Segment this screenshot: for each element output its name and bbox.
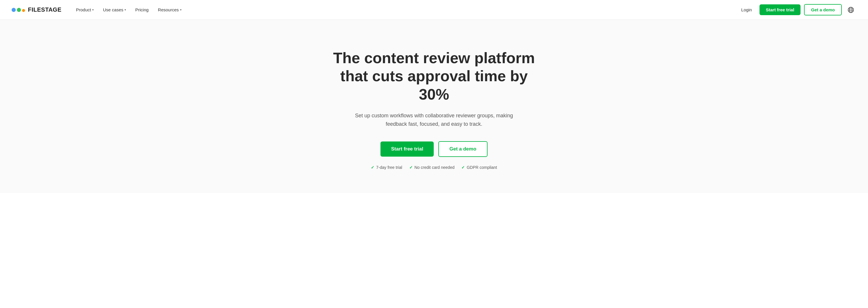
chevron-down-icon: ▾: [92, 8, 94, 11]
check-icon: ✓: [409, 165, 413, 170]
nav-right: Login Start free trial Get a demo: [737, 4, 856, 16]
nav-product[interactable]: Product ▾: [72, 5, 98, 15]
badge-no-credit-card: ✓ No credit card needed: [409, 165, 455, 170]
brand-name: FILESTAGE: [28, 6, 61, 13]
badge-free-trial-label: 7-day free trial: [376, 165, 402, 170]
chevron-down-icon: ▾: [124, 8, 126, 11]
logo-icon: [12, 8, 25, 12]
logo-link[interactable]: FILESTAGE: [12, 6, 61, 13]
check-icon: ✓: [371, 165, 374, 170]
navbar: FILESTAGE Product ▾ Use cases ▾ Pricing …: [0, 0, 868, 20]
nav-resources[interactable]: Resources ▾: [154, 5, 186, 15]
nav-pricing[interactable]: Pricing: [131, 5, 153, 15]
check-icon: ✓: [461, 165, 465, 170]
hero-badges: ✓ 7-day free trial ✓ No credit card need…: [371, 165, 497, 170]
start-free-trial-hero-button[interactable]: Start free trial: [380, 141, 434, 157]
language-selector-button[interactable]: [845, 4, 856, 16]
chevron-down-icon: ▾: [180, 8, 182, 11]
badge-gdpr: ✓ GDPR compliant: [461, 165, 497, 170]
get-a-demo-nav-button[interactable]: Get a demo: [804, 4, 842, 16]
svg-point-1: [850, 7, 852, 12]
svg-point-0: [848, 7, 854, 12]
login-button[interactable]: Login: [737, 5, 756, 15]
hero-subtitle: Set up custom workflows with collaborati…: [352, 112, 516, 129]
start-free-trial-nav-button[interactable]: Start free trial: [760, 4, 801, 15]
badge-no-credit-card-label: No credit card needed: [414, 165, 455, 170]
hero-buttons: Start free trial Get a demo: [380, 141, 487, 157]
get-a-demo-hero-button[interactable]: Get a demo: [438, 141, 488, 157]
hero-title: The content review platform that cuts ap…: [323, 49, 545, 103]
globe-icon: [848, 7, 854, 13]
nav-links: Product ▾ Use cases ▾ Pricing Resources …: [72, 5, 737, 15]
hero-section: The content review platform that cuts ap…: [0, 20, 868, 193]
badge-free-trial: ✓ 7-day free trial: [371, 165, 402, 170]
nav-use-cases[interactable]: Use cases ▾: [99, 5, 130, 15]
badge-gdpr-label: GDPR compliant: [467, 165, 497, 170]
